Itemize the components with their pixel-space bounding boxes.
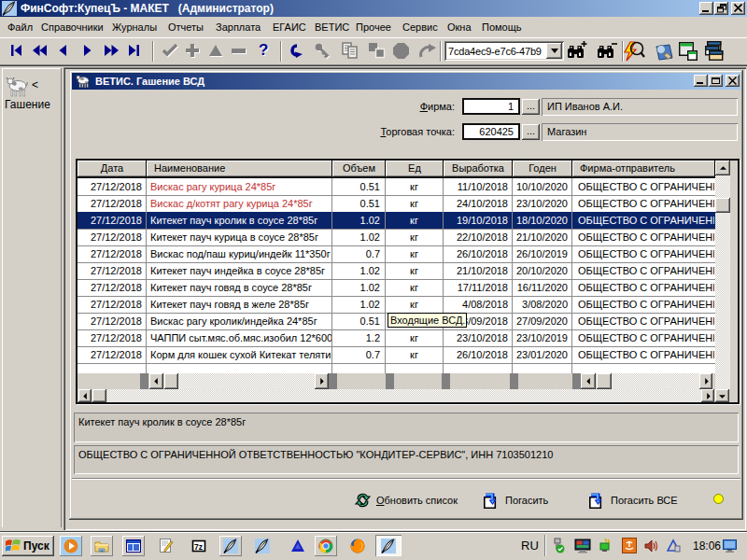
svg-text:7z: 7z — [194, 542, 203, 552]
